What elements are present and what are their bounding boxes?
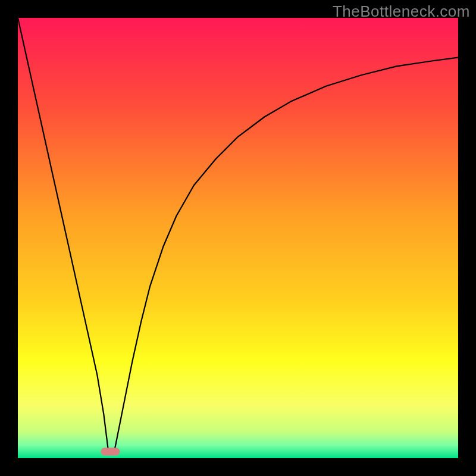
chart-container: TheBottleneck.com (0, 0, 476, 476)
valley-marker (101, 447, 120, 455)
plot-svg (18, 18, 458, 458)
watermark-text: TheBottleneck.com (333, 2, 470, 21)
gradient-background (18, 18, 458, 458)
plot-frame (18, 18, 458, 458)
